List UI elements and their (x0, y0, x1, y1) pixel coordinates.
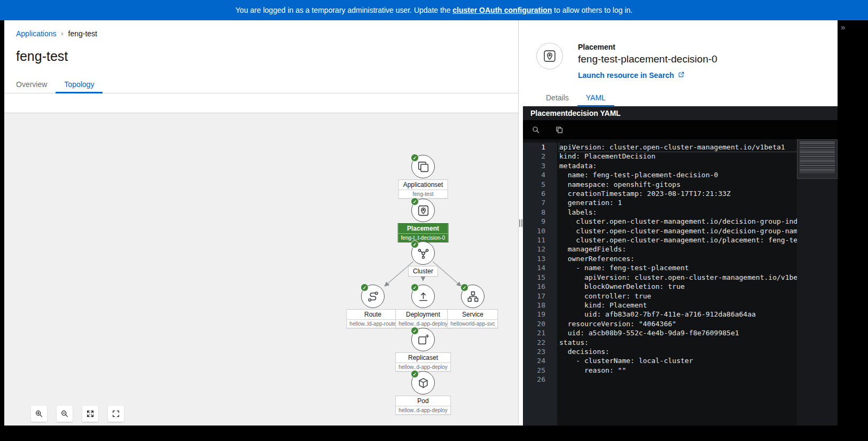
status-success-icon: ✓ (361, 284, 369, 292)
breadcrumb-applications-link[interactable]: Applications (16, 29, 57, 38)
fit-to-screen-button[interactable] (108, 406, 124, 422)
zoom-in-icon (35, 410, 43, 418)
editor-minimap[interactable] (797, 139, 838, 426)
node-label[interactable]: Applicationsetfeng-test (398, 179, 448, 199)
tab-overview[interactable]: Overview (7, 76, 56, 93)
breadcrumb: Applications › feng-test (4, 20, 518, 38)
status-success-icon: ✓ (411, 370, 419, 378)
topology-toolbar-strip (4, 93, 518, 113)
placement-resource-icon (536, 43, 563, 69)
resource-kind-label: Placement (578, 43, 717, 51)
node-label[interactable]: Servicehelloworld-app-svc (447, 309, 498, 328)
launch-resource-link-label: Launch resource in Search (578, 71, 674, 80)
drawer-header: Placement feng-test-placement-decision-0… (523, 20, 838, 106)
node-label[interactable]: Podhellow..d-app-deploy (395, 396, 451, 415)
zoom-controls (31, 406, 124, 422)
topology-edges (4, 113, 518, 426)
topology-canvas[interactable]: ✓Applicationsetfeng-test✓Placementfeng-t… (4, 113, 518, 426)
status-success-icon: ✓ (411, 284, 419, 292)
top-banner: You are logged in as a temporary adminis… (0, 0, 868, 20)
drawer-main: Placement feng-test-placement-decision-0… (523, 20, 838, 426)
node-label[interactable]: Replicasethellow..d-app-deploy (395, 352, 451, 372)
zoom-in-button[interactable] (31, 406, 47, 422)
node-label[interactable]: Deploymenthellow..d-app-deploy (395, 309, 451, 328)
drawer-resize-handle[interactable] (519, 20, 523, 426)
banner-text-before: You are logged in as a temporary adminis… (236, 6, 453, 14)
banner-text-after: to allow others to log in. (552, 6, 632, 14)
resource-name: feng-test-placement-decision-0 (578, 53, 717, 65)
yaml-editor[interactable]: 1234567891011121314151617181920212223242… (523, 139, 838, 426)
expand-icon (86, 410, 95, 418)
status-success-icon: ✓ (411, 198, 419, 206)
status-success-icon: ✓ (411, 327, 419, 335)
external-link-icon (678, 71, 685, 80)
node-label[interactable]: Cluster (408, 266, 438, 277)
minimap-slider[interactable] (797, 139, 838, 179)
content-column: Applications › feng-test feng-test Overv… (4, 20, 518, 426)
fit-to-screen-icon (112, 410, 120, 418)
drawer-tabs: DetailsYAML (536, 89, 829, 106)
drawer-tab-details[interactable]: Details (537, 89, 577, 106)
main-window: Applications › feng-test feng-test Overv… (4, 20, 868, 426)
breadcrumb-separator-icon: › (61, 30, 64, 37)
tab-topology[interactable]: Topology (56, 76, 103, 93)
drawer-right-rail: » (838, 20, 868, 426)
yaml-toolbar (523, 120, 838, 139)
status-success-icon: ✓ (460, 284, 468, 292)
drawer-expand-chevron-icon[interactable]: » (838, 20, 868, 32)
page-title: feng-test (16, 49, 518, 64)
yaml-section-title: Placementdecision YAML (523, 106, 838, 120)
page-tabs: OverviewTopology (4, 76, 518, 93)
status-success-icon: ✓ (411, 240, 419, 248)
drawer-tab-yaml[interactable]: YAML (577, 89, 614, 106)
zoom-out-icon (60, 410, 69, 418)
oauth-configuration-link[interactable]: cluster OAuth configuration (452, 6, 552, 14)
copy-icon[interactable] (555, 125, 564, 134)
breadcrumb-current: feng-test (68, 29, 97, 38)
node-label[interactable]: Placementfeng-t..t-decision-0 (398, 223, 449, 242)
node-label[interactable]: Routehellow..ld-app-route (346, 309, 399, 328)
expand-button[interactable] (82, 406, 98, 422)
resource-drawer: Placement feng-test-placement-decision-0… (518, 20, 868, 426)
editor-code[interactable]: apiVersion: cluster.open-cluster-managem… (557, 143, 838, 426)
editor-line-numbers: 1234567891011121314151617181920212223242… (523, 143, 557, 426)
launch-resource-link[interactable]: Launch resource in Search (578, 71, 717, 80)
resize-grip-icon (519, 219, 522, 227)
yaml-section: Placementdecision YAML 12345678910111213… (523, 106, 838, 426)
zoom-out-button[interactable] (57, 406, 73, 422)
search-icon[interactable] (531, 125, 540, 134)
status-success-icon: ✓ (411, 154, 419, 162)
